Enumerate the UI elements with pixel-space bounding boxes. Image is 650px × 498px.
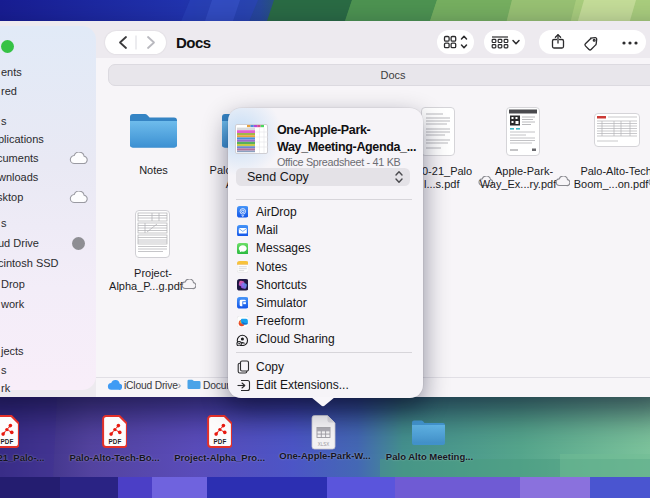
svg-text:XLSX: XLSX <box>318 441 330 446</box>
